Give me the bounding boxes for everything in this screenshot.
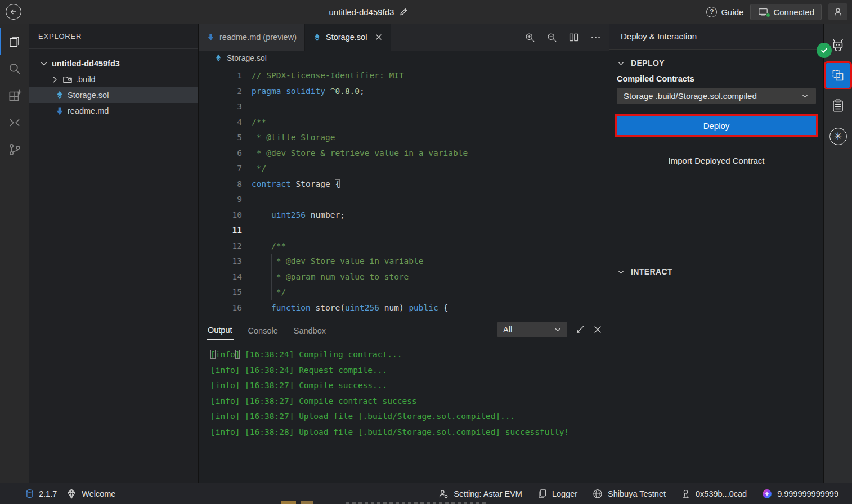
markdown-arrow-icon (55, 106, 64, 116)
split-editor-icon[interactable] (568, 32, 579, 43)
status-left: 2.1.7 Welcome (0, 488, 115, 500)
back-button[interactable] (6, 4, 21, 20)
code-line: 11 (199, 223, 609, 238)
code-line: 10 uint256 number; (199, 208, 609, 223)
console-tab[interactable]: Console (247, 321, 279, 340)
compiled-contract-select[interactable]: Storage .build/Storage.sol.compiled (617, 88, 816, 104)
clipboard-icon (830, 98, 846, 114)
folder-icon (62, 75, 73, 84)
zoom-in-icon[interactable] (524, 32, 535, 43)
tree-root-folder[interactable]: untitled-dd459fd3 (29, 56, 198, 71)
sandbox-tab[interactable]: Sandbox (293, 321, 327, 340)
network-setting-label: Setting: Astar EVM (454, 489, 522, 498)
wallet-address-label: 0x539b...0cad (696, 489, 747, 498)
activity-plugins-button[interactable] (0, 82, 29, 109)
connected-label: Connected (773, 7, 814, 17)
monitor-connected-icon (757, 7, 769, 17)
import-deployed-contract-link[interactable]: Import Deployed Contract (617, 156, 816, 165)
code-line: 13 * @dev Store value in variable (199, 254, 609, 269)
account-button[interactable] (828, 3, 847, 20)
log-line: [info] [16:38:28] Upload file [.build/St… (210, 425, 609, 440)
file-tree: untitled-dd459fd3 .build Storage.sol (29, 49, 198, 119)
code-editor[interactable]: 1// SPDX-License-Identifier: MIT2pragma … (199, 65, 609, 318)
deploy-button-highlight: Deploy (615, 114, 818, 137)
git-branch-icon (7, 142, 22, 157)
file-label: .build (76, 75, 96, 84)
code-line: 6 * @dev Store & retrieve value in a var… (199, 146, 609, 161)
tab-readme-md[interactable]: readme.md (preview) (199, 24, 305, 51)
line-number: 11 (199, 223, 242, 238)
compiled-contract-value: Storage .build/Storage.sol.compiled (624, 91, 757, 101)
chevron-down-icon (39, 59, 48, 68)
log-filter-select[interactable]: All (497, 322, 567, 338)
clear-output-icon[interactable] (575, 325, 585, 335)
close-panel-icon[interactable] (593, 325, 602, 334)
chatgpt-button[interactable]: ✳ (826, 124, 850, 148)
guide-button[interactable]: ? Guide (706, 7, 743, 17)
status-right: Setting: Astar EVM Logger Shibuya Testne… (438, 488, 838, 500)
line-number: 8 (199, 177, 242, 192)
explorer-sidebar: EXPLORER untitled-dd459fd3 .build (29, 24, 199, 483)
output-tab[interactable]: Output (207, 320, 234, 340)
deploy-modules-icon (830, 68, 846, 83)
deploy-panel-button[interactable] (826, 63, 850, 88)
log-line: [info] [16:38:27] Upload file [.build/St… (210, 409, 609, 425)
line-number: 7 (199, 161, 242, 177)
deploy-button[interactable]: Deploy (617, 116, 816, 135)
output-actions: All (497, 322, 602, 338)
address-pin-icon (680, 488, 691, 500)
more-actions-icon[interactable] (590, 32, 601, 43)
close-tab-icon[interactable] (375, 33, 383, 41)
logger-item[interactable]: Logger (537, 488, 577, 499)
interact-section-label: INTERACT (631, 267, 672, 276)
tree-item-build-folder[interactable]: .build (29, 71, 198, 87)
tree-item-storage-sol[interactable]: Storage.sol (29, 87, 198, 103)
code-line: 2pragma solidity ^0.8.0; (199, 84, 609, 100)
network-item[interactable]: Shibuya Testnet (592, 488, 666, 500)
network-label: Shibuya Testnet (608, 489, 666, 498)
person-gear-icon (438, 488, 449, 500)
activity-search-button[interactable] (0, 55, 29, 82)
line-number: 16 (199, 300, 242, 316)
connected-button[interactable]: Connected (750, 4, 822, 20)
zoom-out-icon[interactable] (546, 32, 557, 43)
top-bar: untitled-dd459fd3 ? Guide Connected (0, 0, 852, 24)
chevron-right-icon (51, 75, 59, 84)
tree-item-readme-md[interactable]: readme.md (29, 103, 198, 119)
network-setting-item[interactable]: Setting: Astar EVM (438, 488, 522, 500)
explorer-header: EXPLORER (29, 24, 198, 49)
ethereum-diamond-icon (55, 90, 64, 100)
activity-source-control-button[interactable] (0, 136, 29, 163)
line-number: 13 (199, 254, 242, 269)
status-bar: 2.1.7 Welcome Setting: Astar EVM (0, 483, 852, 504)
editor-tab-bar: readme.md (preview) Storage.sol (199, 24, 609, 51)
line-number: 5 (199, 130, 242, 146)
wallet-address-item[interactable]: 0x539b...0cad (680, 488, 747, 500)
activity-collapse-button[interactable] (0, 109, 29, 136)
line-number: 12 (199, 238, 242, 254)
code-line: 12 /** (199, 238, 609, 254)
tab-storage-sol[interactable]: Storage.sol (305, 24, 391, 51)
help-icon: ? (706, 7, 717, 17)
task-list-button[interactable] (826, 93, 850, 118)
interact-section-header[interactable]: INTERACT (617, 267, 816, 276)
tab-label: readme.md (preview) (219, 33, 297, 42)
version-item[interactable]: 2.1.7 (25, 488, 57, 500)
search-icon (7, 61, 22, 76)
welcome-item[interactable]: Welcome (66, 488, 115, 500)
version-label: 2.1.7 (39, 489, 57, 498)
edit-pencil-icon[interactable] (399, 7, 408, 16)
welcome-label: Welcome (82, 489, 115, 498)
chevrons-inward-icon (7, 115, 22, 130)
code-line: 1// SPDX-License-Identifier: MIT (199, 68, 609, 84)
astar-token-icon (761, 488, 773, 500)
guide-label: Guide (721, 7, 743, 17)
breadcrumb[interactable]: Storage.sol (199, 51, 609, 65)
deploy-section-label: DEPLOY (631, 58, 665, 68)
code-line: 16 function store(uint256 num) public { (199, 300, 609, 316)
output-log[interactable]: [info] [16:38:24] Compiling contract...[… (199, 341, 609, 483)
deploy-section-header[interactable]: DEPLOY (617, 58, 816, 68)
balance-item[interactable]: 9.999999999999 (761, 488, 838, 500)
activity-explorer-button[interactable] (0, 28, 29, 55)
chevron-down-icon (617, 59, 625, 68)
